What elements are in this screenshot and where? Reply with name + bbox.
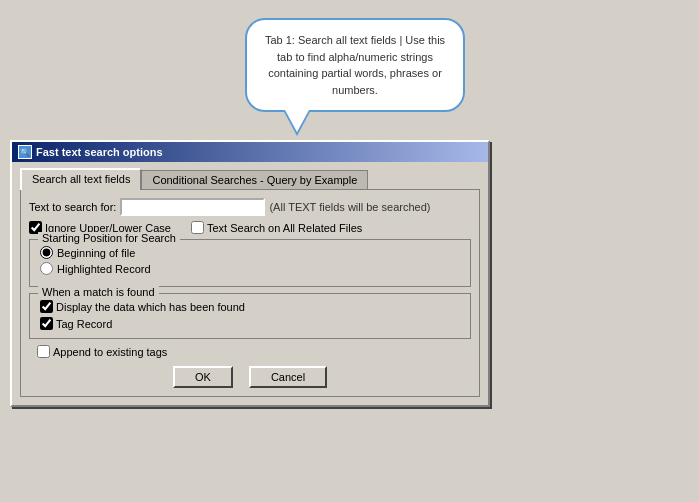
starting-position-legend: Starting Position for Search xyxy=(38,232,180,244)
display-data-item: Display the data which has been found xyxy=(40,300,460,313)
tooltip-bubble: Tab 1: Search all text fields | Use this… xyxy=(245,18,465,112)
titlebar-icon: 🔍 xyxy=(18,145,32,159)
radio-beginning-label: Beginning of file xyxy=(57,247,135,259)
tab-bar: Search all text fields Conditional Searc… xyxy=(20,168,480,189)
dialog-title: Fast text search options xyxy=(36,146,163,158)
ok-button[interactable]: OK xyxy=(173,366,233,388)
tag-record-checkbox[interactable] xyxy=(40,317,53,330)
search-row: Text to search for: (All TEXT fields wil… xyxy=(29,198,471,216)
tooltip-text: Tab 1: Search all text fields | Use this… xyxy=(265,34,445,96)
search-note: (All TEXT fields will be searched) xyxy=(269,201,430,213)
tag-record-item: Tag Record xyxy=(40,317,460,330)
tab-search-all-text[interactable]: Search all text fields xyxy=(20,168,141,190)
radio-highlighted-label: Highlighted Record xyxy=(57,263,151,275)
match-found-legend: When a match is found xyxy=(38,286,159,298)
dialog-body: Search all text fields Conditional Searc… xyxy=(12,162,488,405)
related-files-label: Text Search on All Related Files xyxy=(207,222,362,234)
radio-highlighted: Highlighted Record xyxy=(40,262,460,275)
search-label: Text to search for: xyxy=(29,201,116,213)
display-data-checkbox[interactable] xyxy=(40,300,53,313)
starting-position-group: Starting Position for Search Beginning o… xyxy=(29,239,471,287)
radio-beginning-of-file[interactable] xyxy=(40,246,53,259)
dialog-titlebar: 🔍 Fast text search options xyxy=(12,142,488,162)
button-row: OK Cancel xyxy=(29,366,471,388)
tab-conditional-searches[interactable]: Conditional Searches - Query by Example xyxy=(141,170,368,189)
append-tags-item: Append to existing tags xyxy=(37,345,471,358)
search-input[interactable] xyxy=(120,198,265,216)
display-data-label: Display the data which has been found xyxy=(56,301,245,313)
tag-record-label: Tag Record xyxy=(56,318,112,330)
append-tags-label: Append to existing tags xyxy=(53,346,167,358)
match-found-group: When a match is found Display the data w… xyxy=(29,293,471,339)
radio-beginning: Beginning of file xyxy=(40,246,460,259)
dialog-window: 🔍 Fast text search options Search all te… xyxy=(10,140,490,407)
cancel-button[interactable]: Cancel xyxy=(249,366,327,388)
tab-content: Text to search for: (All TEXT fields wil… xyxy=(20,189,480,397)
append-tags-checkbox[interactable] xyxy=(37,345,50,358)
radio-highlighted-record[interactable] xyxy=(40,262,53,275)
related-files-item: Text Search on All Related Files xyxy=(191,221,362,234)
related-files-checkbox[interactable] xyxy=(191,221,204,234)
